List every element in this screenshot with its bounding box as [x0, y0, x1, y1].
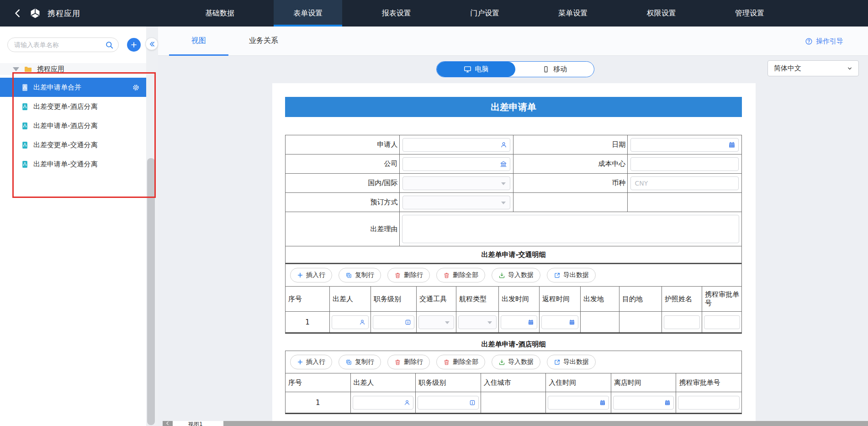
hotel-section-title: 出差单申请-酒店明细: [285, 337, 742, 351]
col-header: 离店时间: [611, 373, 677, 392]
form-item-label: 出差变更单-酒店分离: [33, 102, 97, 111]
nav-tab-form-settings[interactable]: 表单设置: [274, 0, 342, 27]
import-data-label: 导入数据: [508, 271, 534, 279]
depart-time-input[interactable]: [501, 315, 537, 329]
applicant-input[interactable]: [402, 138, 511, 152]
copy-icon: [345, 272, 352, 279]
calendar-icon[interactable]: [599, 399, 606, 406]
copy-row-button[interactable]: 复制行: [339, 355, 381, 369]
form-item-selected[interactable]: 出差申请单合并: [0, 78, 146, 97]
nav-tab-permission-settings[interactable]: 权限设置: [627, 0, 696, 27]
form-item[interactable]: 出差变更单-酒店分离: [0, 97, 146, 116]
nav-tab-menu-settings[interactable]: 菜单设置: [539, 0, 607, 27]
checkin-time-input[interactable]: [548, 396, 609, 410]
traveler-input[interactable]: [332, 315, 369, 329]
operation-guide-link[interactable]: 操作引导: [805, 27, 843, 56]
import-icon: [498, 272, 505, 279]
horizontal-scrollbar-track[interactable]: [223, 421, 868, 426]
form-item[interactable]: 出差变更单-交通分离: [0, 135, 146, 154]
calendar-icon[interactable]: [569, 319, 575, 325]
checkout-time-input[interactable]: [613, 396, 674, 410]
field-reason: [400, 212, 742, 246]
form-list: 出差申请单合并 出差变更单-酒店分离 出差申请单-酒店分离 出差变更单-交通分离…: [0, 78, 146, 174]
form-item[interactable]: 出差申请单-交通分离: [0, 154, 146, 174]
checkin-city-cell: [481, 392, 546, 413]
checkin-time-cell: [546, 392, 611, 413]
info-icon[interactable]: [469, 399, 476, 406]
traveler-input[interactable]: [353, 396, 414, 410]
import-data-button[interactable]: 导入数据: [492, 355, 540, 369]
region-select[interactable]: [402, 176, 511, 190]
col-header: 入住时间: [546, 373, 611, 392]
approval-no-input[interactable]: [678, 396, 740, 410]
person-icon[interactable]: [500, 141, 507, 148]
form-item-label: 出差变更单-交通分离: [33, 141, 97, 149]
bottom-view-tab[interactable]: 视图1: [173, 421, 223, 426]
insert-row-button[interactable]: 插入行: [290, 268, 332, 282]
collapse-sidebar-button[interactable]: [145, 37, 158, 50]
empty-cell: [513, 193, 628, 212]
hotel-toolbar: 插入行 复制行 删除行 删除全部 导入数据 导出数据: [285, 351, 742, 373]
person-icon[interactable]: [359, 319, 365, 325]
gear-icon[interactable]: [132, 84, 140, 91]
nav-tab-portal-settings[interactable]: 门户设置: [450, 0, 519, 27]
export-data-button[interactable]: 导出数据: [547, 355, 596, 369]
delete-row-button[interactable]: 删除行: [387, 268, 430, 282]
tab-business-relation[interactable]: 业务关系: [234, 27, 293, 56]
currency-input[interactable]: CNY: [630, 176, 739, 190]
booking-select[interactable]: [402, 196, 511, 209]
hotel-table: 序号 出差人 职务级别 入住城市 入住时间 离店时间 携程审批单号 1: [285, 373, 742, 414]
company-input[interactable]: [402, 157, 511, 171]
delete-all-button[interactable]: 删除全部: [436, 355, 485, 369]
tree-caret-icon[interactable]: [13, 67, 19, 71]
passport-name-cell: [662, 312, 702, 332]
add-form-button[interactable]: [127, 38, 141, 52]
chevron-down-icon: [847, 65, 853, 72]
scroll-left-button[interactable]: [163, 421, 173, 426]
bank-building-icon[interactable]: [500, 160, 507, 168]
calendar-icon[interactable]: [728, 141, 736, 149]
toggle-computer[interactable]: 电脑: [437, 62, 515, 77]
passport-name-input[interactable]: [664, 315, 700, 329]
return-time-input[interactable]: [541, 315, 578, 329]
language-select[interactable]: 简体中文: [767, 60, 859, 76]
nav-tab-admin-settings[interactable]: 管理设置: [715, 0, 784, 27]
job-level-input[interactable]: [418, 396, 479, 410]
delete-row-button[interactable]: 删除行: [387, 355, 430, 369]
date-input[interactable]: [630, 138, 739, 152]
back-icon[interactable]: [13, 8, 23, 18]
insert-row-label: 插入行: [306, 358, 325, 366]
delete-all-button[interactable]: 删除全部: [436, 268, 485, 282]
search-icon[interactable]: [105, 41, 114, 49]
field-currency: CNY: [628, 174, 742, 193]
calendar-icon[interactable]: [528, 319, 534, 325]
field-label-company: 公司: [286, 154, 400, 174]
form-item[interactable]: 出差申请单-酒店分离: [0, 116, 146, 135]
reason-textarea[interactable]: [402, 215, 740, 243]
form-preview-canvas: 出差申请单 申请人 日期 公司 成本中心: [272, 83, 756, 421]
info-icon[interactable]: [405, 319, 411, 325]
vertical-scrollbar[interactable]: [147, 158, 155, 425]
col-header: 出差人: [351, 373, 416, 392]
export-data-button[interactable]: 导出数据: [547, 268, 596, 282]
copy-row-button[interactable]: 复制行: [339, 268, 381, 282]
topbar: 携程应用 基础数据 表单设置 报表设置 门户设置 菜单设置 权限设置 管理设置: [0, 0, 868, 27]
nav-tab-report-settings[interactable]: 报表设置: [362, 0, 431, 27]
import-data-button[interactable]: 导入数据: [492, 268, 540, 282]
nav-tab-basic-data[interactable]: 基础数据: [185, 0, 254, 27]
job-level-input[interactable]: [373, 315, 414, 329]
cost-center-input[interactable]: [630, 157, 739, 171]
transport-tool-select[interactable]: [418, 315, 454, 329]
field-applicant: [400, 135, 514, 154]
toggle-mobile[interactable]: 移动: [515, 62, 594, 77]
delete-row-label: 删除行: [404, 271, 423, 279]
insert-row-button[interactable]: 插入行: [290, 355, 332, 369]
person-icon[interactable]: [404, 399, 410, 406]
approval-no-input[interactable]: [704, 315, 740, 329]
search-input[interactable]: [14, 38, 103, 51]
route-type-select[interactable]: [458, 315, 497, 329]
tab-view[interactable]: 视图: [169, 27, 228, 56]
import-data-label: 导入数据: [508, 358, 534, 366]
tree-folder-row[interactable]: 携程应用: [0, 63, 146, 75]
calendar-icon[interactable]: [664, 399, 671, 406]
